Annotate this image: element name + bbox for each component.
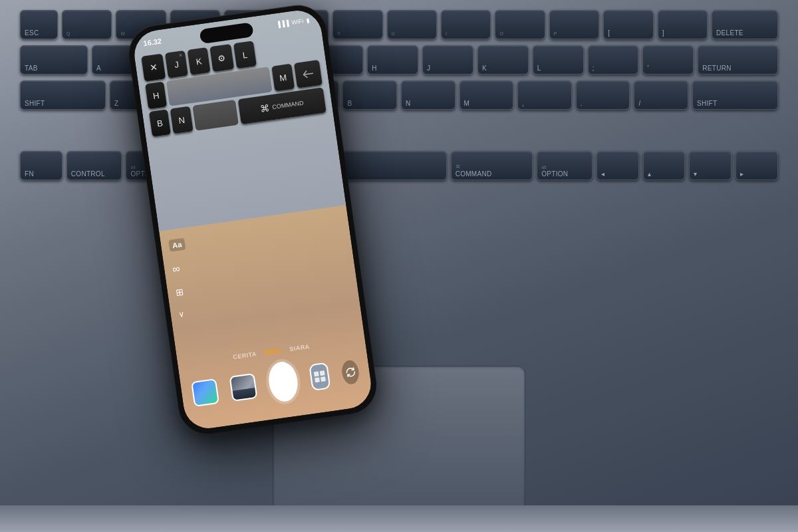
- battery-icon: ▮: [305, 17, 309, 24]
- key-semicolon[interactable]: ;: [588, 45, 639, 74]
- key-return[interactable]: return: [698, 45, 778, 74]
- phone-key-l[interactable]: L: [233, 41, 257, 68]
- camera-stories-icon[interactable]: [309, 362, 331, 391]
- svg-rect-2: [315, 377, 320, 382]
- key-arrow-down[interactable]: ▾: [689, 151, 732, 180]
- camera-gallery-thumb-1[interactable]: [191, 378, 219, 407]
- key-shift-right[interactable]: shift: [692, 80, 778, 110]
- camera-gallery-thumb-2[interactable]: [229, 373, 258, 402]
- camera-mode-reel[interactable]: REEL: [264, 347, 282, 356]
- signal-icon: ▐▐▐: [276, 20, 289, 29]
- phone-key-h[interactable]: H: [145, 82, 167, 110]
- camera-font-icon[interactable]: Aa: [168, 238, 186, 252]
- camera-grid-icon[interactable]: ⊞: [175, 285, 192, 298]
- key-m[interactable]: M: [460, 80, 514, 110]
- key-slash[interactable]: /: [634, 80, 688, 110]
- key-option-right[interactable]: altoption: [537, 151, 593, 180]
- key-quote[interactable]: ': [642, 45, 694, 74]
- key-arrow-right[interactable]: ▸: [735, 151, 778, 180]
- key-arrow-left[interactable]: ◂: [597, 151, 639, 180]
- phone-key-m[interactable]: M: [271, 64, 295, 92]
- key-period[interactable]: .: [576, 80, 630, 110]
- key-i[interactable]: I: [441, 10, 491, 39]
- key-q[interactable]: Q: [62, 10, 112, 39]
- key-n[interactable]: N: [401, 80, 456, 110]
- key-command-right[interactable]: ⌘command: [451, 151, 533, 180]
- phone-key-k[interactable]: K: [188, 47, 211, 75]
- phone-key-backspace[interactable]: [294, 60, 323, 88]
- key-l[interactable]: L: [533, 45, 584, 74]
- key-h[interactable]: H: [367, 45, 418, 74]
- key-delete[interactable]: delete: [712, 10, 778, 39]
- key-esc[interactable]: esc: [20, 10, 58, 39]
- svg-rect-1: [320, 370, 325, 376]
- key-j[interactable]: J: [422, 45, 473, 74]
- key-bracket-close[interactable]: ]: [658, 10, 708, 39]
- phone-key-n[interactable]: N: [170, 106, 194, 134]
- status-time: 16.32: [143, 37, 162, 48]
- key-shift-left[interactable]: shift: [20, 80, 106, 110]
- key-tab[interactable]: tab: [20, 45, 88, 74]
- key-k[interactable]: K: [477, 45, 529, 74]
- phone-key-b[interactable]: B: [149, 109, 171, 137]
- camera-mode-siara[interactable]: SIARA: [289, 343, 311, 352]
- camera-mode-cerita[interactable]: CERITA: [233, 350, 257, 360]
- status-icons: ▐▐▐ WiFi ▮: [276, 17, 310, 28]
- camera-shutter-button[interactable]: [266, 360, 300, 403]
- camera-chevron-icon[interactable]: ∨: [178, 308, 196, 319]
- key-b[interactable]: B: [342, 80, 397, 110]
- key-u[interactable]: U: [387, 10, 437, 39]
- key-bracket-open[interactable]: [: [603, 10, 653, 39]
- camera-side-icons: Aa ∞ ⊞ ∨: [168, 238, 196, 319]
- camera-flip-button[interactable]: [340, 359, 360, 385]
- svg-rect-0: [314, 371, 319, 376]
- phone-key-settings[interactable]: ⚙: [209, 44, 234, 72]
- key-comma[interactable]: ,: [517, 80, 572, 110]
- camera-infinity-icon[interactable]: ∞: [172, 261, 189, 275]
- key-o[interactable]: O: [495, 10, 545, 39]
- svg-rect-3: [321, 376, 326, 382]
- laptop-body: [0, 505, 798, 532]
- phone-key-j[interactable]: ✕ J: [165, 51, 188, 78]
- phone-key-x-mark[interactable]: ✕: [141, 54, 166, 82]
- wifi-icon: WiFi: [291, 18, 304, 26]
- key-arrow-up[interactable]: ▴: [643, 151, 686, 180]
- camera-ui: Aa ∞ ⊞ ∨ CERITA REEL SIARA: [158, 201, 374, 432]
- phone-spacer: [192, 100, 238, 131]
- key-y[interactable]: Y: [332, 10, 382, 39]
- key-control[interactable]: control: [66, 151, 122, 180]
- key-p[interactable]: P: [549, 10, 599, 39]
- key-fn[interactable]: fn: [20, 151, 63, 180]
